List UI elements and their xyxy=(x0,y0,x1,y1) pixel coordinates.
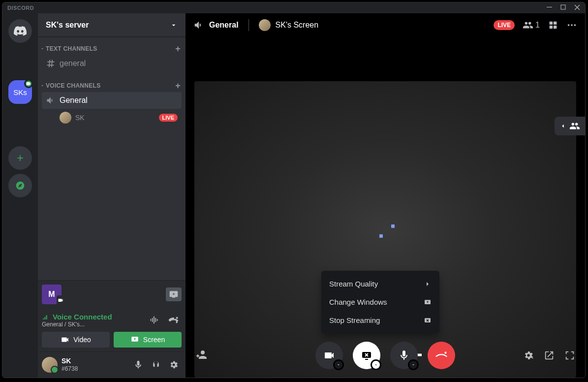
channel-name: General xyxy=(60,96,88,105)
chevron-left-icon xyxy=(559,123,566,129)
content-header: General SK's Screen LIVE 1 xyxy=(186,13,585,37)
stream-title[interactable]: SK's Screen xyxy=(259,19,319,31)
window-controls xyxy=(547,4,580,12)
screen-share-toggle-button[interactable] xyxy=(353,342,380,369)
stop-screen-icon xyxy=(424,317,432,324)
channel-sidebar: SK's server TEXT CHANNELS + general xyxy=(38,13,186,378)
activity-letter: M xyxy=(48,290,55,299)
chevron-down-icon[interactable] xyxy=(333,359,344,370)
mute-button[interactable] xyxy=(130,357,146,373)
more-button[interactable] xyxy=(566,20,577,31)
menu-stream-quality[interactable]: Stream Quality xyxy=(321,275,439,293)
svg-point-4 xyxy=(568,24,570,26)
svg-rect-1 xyxy=(561,5,565,9)
members-tab[interactable] xyxy=(555,117,585,135)
live-badge: LIVE xyxy=(159,114,178,122)
stop-stream-button[interactable] xyxy=(166,287,182,301)
camera-toggle-button[interactable] xyxy=(315,342,343,369)
pop-out-button[interactable] xyxy=(544,350,555,361)
menu-change-windows[interactable]: Change Windows xyxy=(321,293,439,311)
activity-tile[interactable]: M xyxy=(42,285,62,304)
video-button[interactable]: Video xyxy=(42,332,110,348)
svg-point-6 xyxy=(574,24,576,26)
svg-point-5 xyxy=(571,24,573,26)
svg-rect-0 xyxy=(547,7,552,7)
chevron-down-icon[interactable] xyxy=(408,359,419,370)
menu-stop-streaming[interactable]: Stop Streaming xyxy=(321,311,439,329)
swap-screen-icon xyxy=(424,298,432,306)
server-list: SKs xyxy=(2,13,38,378)
voice-status: Voice Connected xyxy=(42,313,112,321)
chevron-down-icon xyxy=(40,83,45,88)
separator xyxy=(248,19,249,31)
user-tag: #6738 xyxy=(62,365,126,372)
add-server-button[interactable] xyxy=(8,146,32,170)
text-channels-category[interactable]: TEXT CHANNELS + xyxy=(38,43,186,55)
invite-button[interactable] xyxy=(195,349,207,360)
stop-screen-icon xyxy=(361,350,372,361)
voice-channel-general[interactable]: General xyxy=(42,92,182,109)
streaming-badge-icon xyxy=(24,79,33,88)
avatar xyxy=(259,19,271,31)
people-icon xyxy=(523,20,533,31)
chevron-down-icon xyxy=(40,46,45,51)
settings-button[interactable] xyxy=(166,357,182,373)
leave-call-button[interactable] xyxy=(428,342,455,369)
voice-member[interactable]: SK LIVE xyxy=(42,109,182,126)
member-name: SK xyxy=(75,114,85,122)
camera-icon xyxy=(323,350,335,361)
grid-view-button[interactable] xyxy=(548,20,558,31)
avatar xyxy=(60,112,71,124)
home-button[interactable] xyxy=(8,19,32,43)
category-label: VOICE CHANNELS xyxy=(46,82,101,89)
camera-icon xyxy=(57,295,64,306)
viewer-count[interactable]: 1 xyxy=(523,20,540,31)
hash-icon xyxy=(46,59,56,68)
main-content: General SK's Screen LIVE 1 xyxy=(186,13,585,378)
chevron-down-icon xyxy=(170,21,178,29)
title-bar: DISCORD xyxy=(2,2,585,13)
voice-subtitle: General / SK's... xyxy=(42,321,112,328)
voice-channels-category[interactable]: VOICE CHANNELS + xyxy=(38,80,186,92)
signal-icon xyxy=(42,313,50,320)
add-text-channel-button[interactable]: + xyxy=(175,44,181,54)
avatar[interactable] xyxy=(42,357,58,373)
live-badge: LIVE xyxy=(494,20,515,30)
maximize-button[interactable] xyxy=(560,4,566,12)
channel-name: general xyxy=(60,59,86,68)
server-icon[interactable]: SKs xyxy=(8,80,32,104)
server-header[interactable]: SK's server xyxy=(38,13,186,37)
screen-icon xyxy=(130,335,139,344)
camera-icon xyxy=(61,335,69,344)
voice-status-panel: Voice Connected General / SK's... xyxy=(38,308,186,352)
settings-sync-button[interactable] xyxy=(523,350,534,361)
noise-suppression-button[interactable] xyxy=(146,312,162,328)
speaker-icon xyxy=(46,96,56,105)
chevron-up-icon[interactable] xyxy=(371,359,381,370)
username: SK xyxy=(62,357,126,365)
discover-servers-button[interactable] xyxy=(8,174,32,197)
app-name: DISCORD xyxy=(7,5,34,11)
activity-panel: M xyxy=(38,280,186,308)
svg-rect-10 xyxy=(365,359,368,360)
close-button[interactable] xyxy=(574,4,580,12)
hangup-icon xyxy=(435,350,447,361)
screen-share-menu: Stream Quality Change Windows Stop Strea… xyxy=(321,271,439,333)
text-channel-general[interactable]: general xyxy=(42,55,182,72)
chevron-right-icon xyxy=(424,280,432,288)
header-channel-name: General xyxy=(209,21,239,30)
mic-toggle-button[interactable] xyxy=(390,342,418,369)
people-icon xyxy=(569,121,580,131)
server-name: SK's server xyxy=(46,21,89,30)
add-voice-channel-button[interactable]: + xyxy=(175,81,181,91)
category-label: TEXT CHANNELS xyxy=(46,45,97,52)
deafen-button[interactable] xyxy=(148,357,164,373)
minimize-button[interactable] xyxy=(547,4,553,12)
server-short-name: SKs xyxy=(13,88,27,96)
disconnect-button[interactable] xyxy=(166,312,182,328)
mic-icon xyxy=(398,350,410,361)
screen-share-button[interactable]: Screen xyxy=(114,332,182,348)
user-panel: SK #6738 xyxy=(38,352,186,378)
fullscreen-button[interactable] xyxy=(564,350,575,361)
call-control-bar xyxy=(186,338,585,373)
